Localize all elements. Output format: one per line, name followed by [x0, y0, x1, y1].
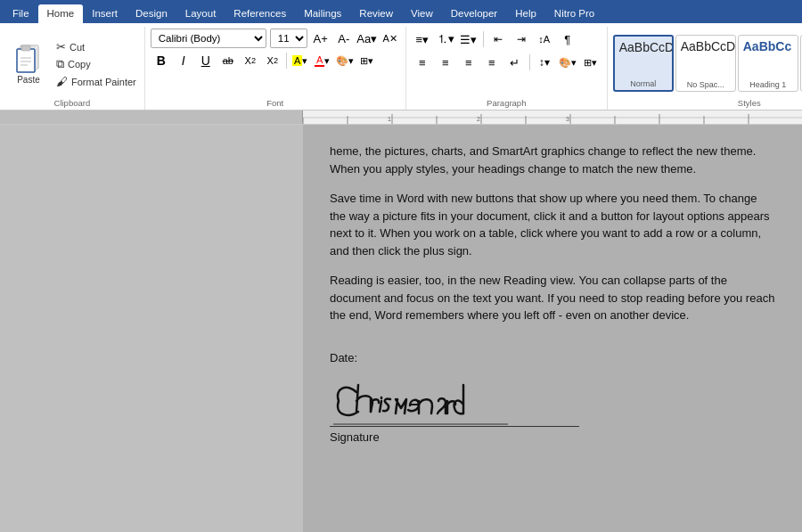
font-divider	[286, 53, 287, 69]
tab-file[interactable]: File	[4, 4, 38, 23]
clipboard-group-content: Paste ✂ Cut ⧉ Copy 🖌 Format Painter	[5, 29, 139, 98]
cut-button[interactable]: ✂ Cut	[53, 39, 139, 54]
italic-button[interactable]: I	[173, 50, 194, 71]
svg-text:1: 1	[388, 116, 391, 122]
strikethrough-button[interactable]: ab	[217, 50, 239, 71]
align-right-button[interactable]: ≡	[458, 52, 479, 73]
ruler: 1 2 3	[0, 110, 802, 125]
decrease-font-button[interactable]: A-	[334, 29, 354, 48]
style-normal-preview: AaBbCcDc	[617, 40, 670, 78]
format-painter-button[interactable]: 🖌 Format Painter	[53, 74, 139, 89]
font-family-select[interactable]: Calibri (Body)	[151, 29, 266, 48]
style-normal[interactable]: AaBbCcDc Normal	[613, 35, 674, 92]
date-label: Date:	[330, 351, 357, 364]
tab-mailings[interactable]: Mailings	[295, 4, 350, 23]
superscript-button[interactable]: X2	[262, 50, 283, 71]
tab-view[interactable]: View	[402, 4, 442, 23]
para1-text: heme, the pictures, charts, and SmartArt…	[330, 144, 756, 176]
tab-review[interactable]: Review	[350, 4, 402, 23]
paste-button[interactable]: Paste	[5, 39, 52, 88]
signature-image	[330, 374, 579, 426]
paste-label: Paste	[17, 75, 40, 85]
clipboard-label: Clipboard	[54, 98, 91, 110]
paragraph-group: ≡▾ ⒈▾ ☰▾ ⇤ ⇥ ↕A ¶ ≡ ≡ ≡ ≡ ↵ ↕▾ 🎨▾ ⊞▾ Pa	[406, 27, 608, 110]
content-area: heme, the pictures, charts, and SmartArt…	[0, 125, 802, 532]
style-normal-label: Normal	[630, 79, 656, 88]
borders-button[interactable]: ⊞▾	[356, 50, 378, 71]
clipboard-group: Paste ✂ Cut ⧉ Copy 🖌 Format Painter Clip…	[0, 27, 145, 110]
svg-text:2: 2	[477, 116, 480, 122]
svg-text:3: 3	[566, 116, 569, 122]
document-para1: heme, the pictures, charts, and SmartArt…	[330, 143, 775, 177]
rtl-button[interactable]: ↵	[504, 52, 526, 73]
tab-help[interactable]: Help	[506, 4, 545, 23]
tab-references[interactable]: References	[225, 4, 295, 23]
cut-icon: ✂	[56, 40, 66, 53]
para-divider1	[483, 31, 484, 47]
font-color-button[interactable]: A▾	[312, 50, 333, 71]
underline-button[interactable]: U	[195, 50, 217, 71]
ribbon: Paste ✂ Cut ⧉ Copy 🖌 Format Painter Clip…	[0, 23, 802, 110]
style-nospace-preview: AaBbCcDc	[678, 39, 733, 78]
align-left-button[interactable]: ≡	[412, 52, 433, 73]
align-center-button[interactable]: ≡	[435, 52, 456, 73]
styles-group: AaBbCcDc Normal AaBbCcDc No Spac... AaBb…	[608, 27, 802, 110]
subscript-button[interactable]: X2	[240, 50, 261, 71]
signature-line	[330, 373, 579, 427]
tab-developer[interactable]: Developer	[442, 4, 506, 23]
increase-font-button[interactable]: A+	[311, 29, 331, 48]
para-divider2	[529, 54, 530, 70]
paragraph-group-content: ≡▾ ⒈▾ ☰▾ ⇤ ⇥ ↕A ¶ ≡ ≡ ≡ ≡ ↵ ↕▾ 🎨▾ ⊞▾	[412, 29, 602, 98]
multilevel-button[interactable]: ☰▾	[458, 29, 479, 50]
style-heading1[interactable]: AaBbCc Heading 1	[738, 35, 798, 92]
font-row2: B I U ab X2 X2 A▾ A▾ 🎨▾ ⊞▾	[151, 50, 378, 71]
tab-insert[interactable]: Insert	[83, 4, 127, 23]
document-para2: Save time in Word with new buttons that …	[330, 190, 775, 259]
para-row2: ≡ ≡ ≡ ≡ ↵ ↕▾ 🎨▾ ⊞▾	[412, 52, 602, 73]
styles-group-content: AaBbCcDc Normal AaBbCcDc No Spac... AaBb…	[613, 29, 802, 98]
clear-format-button[interactable]: A✕	[381, 29, 400, 48]
format-painter-icon: 🖌	[56, 75, 68, 88]
paragraph-label: Paragraph	[487, 98, 526, 110]
document[interactable]: heme, the pictures, charts, and SmartArt…	[303, 125, 802, 532]
font-row1: Calibri (Body) 11 A+ A- Aa▾ A✕	[151, 29, 400, 48]
signature-label: Signature	[330, 430, 775, 444]
svg-rect-3	[21, 45, 30, 51]
tab-nitro[interactable]: Nitro Pro	[545, 4, 603, 23]
change-case-button[interactable]: Aa▾	[357, 29, 377, 48]
text-highlight-button[interactable]: A▾	[290, 50, 311, 71]
bold-button[interactable]: B	[151, 50, 172, 71]
tab-design[interactable]: Design	[127, 4, 176, 23]
style-h1-label: Heading 1	[749, 80, 786, 89]
justify-button[interactable]: ≡	[481, 52, 503, 73]
style-no-spacing[interactable]: AaBbCcDc No Spac...	[675, 35, 736, 92]
numbering-button[interactable]: ⒈▾	[435, 29, 456, 50]
font-label: Font	[266, 98, 283, 110]
para2-text: Save time in Word with new buttons that …	[330, 192, 770, 258]
tab-home[interactable]: Home	[38, 4, 84, 23]
increase-indent-button[interactable]: ⇥	[511, 29, 532, 50]
para3-text: Reading is easier, too, in the new Readi…	[330, 274, 774, 322]
signature-area: Signature	[330, 373, 775, 444]
shading2-button[interactable]: 🎨▾	[557, 52, 578, 73]
style-h1-preview: AaBbCc	[741, 39, 796, 78]
ruler-left-margin	[0, 110, 303, 124]
copy-icon: ⧉	[56, 57, 64, 71]
copy-button[interactable]: ⧉ Copy	[53, 56, 139, 72]
font-group: Calibri (Body) 11 A+ A- Aa▾ A✕ B I U ab …	[145, 27, 406, 110]
sort-button[interactable]: ↕A	[534, 29, 555, 50]
line-spacing-button[interactable]: ↕▾	[534, 52, 555, 73]
shading-button[interactable]: 🎨▾	[334, 50, 356, 71]
document-para3: Reading is easier, too, in the new Readi…	[330, 272, 775, 324]
font-group-content: Calibri (Body) 11 A+ A- Aa▾ A✕ B I U ab …	[151, 29, 400, 98]
styles-label: Styles	[738, 98, 761, 110]
tab-layout[interactable]: Layout	[176, 4, 225, 23]
bullets-button[interactable]: ≡▾	[412, 29, 433, 50]
font-size-select[interactable]: 11	[270, 29, 307, 48]
svg-rect-2	[17, 49, 35, 72]
borders2-button[interactable]: ⊞▾	[580, 52, 602, 73]
decrease-indent-button[interactable]: ⇤	[487, 29, 509, 50]
show-para-button[interactable]: ¶	[557, 29, 578, 50]
ribbon-tabs: File Home Insert Design Layout Reference…	[0, 0, 802, 23]
date-line: Date:	[330, 351, 775, 364]
